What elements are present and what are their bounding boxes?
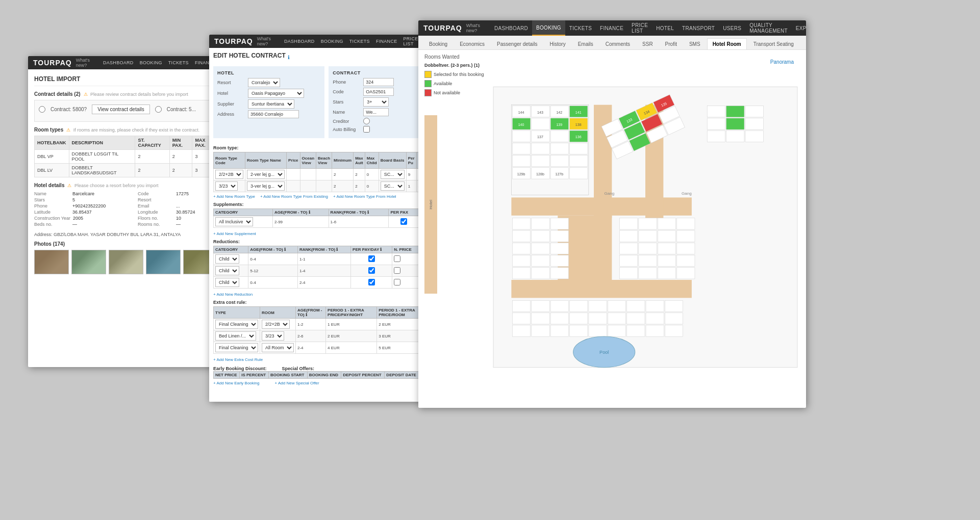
nav-booking-2[interactable]: BOOKING xyxy=(318,35,346,48)
red-nprice-2[interactable] xyxy=(394,267,400,274)
tab-booking[interactable]: Booking xyxy=(423,38,453,49)
tab-profit[interactable]: Profit xyxy=(660,38,683,49)
svg-rect-115 xyxy=(550,313,568,324)
nav-dashboard-2[interactable]: DASHBOARD xyxy=(281,35,318,48)
rt-board-select-1[interactable]: SC... xyxy=(381,170,405,179)
add-room-type-link[interactable]: + Add New Room Type xyxy=(213,194,255,199)
svg-rect-4 xyxy=(511,280,692,298)
red-nprice-1[interactable] xyxy=(394,255,400,262)
col-description: DESCRIPTION xyxy=(69,136,135,150)
nav-export-3[interactable]: EXPORT xyxy=(792,20,806,36)
supp-perpax-check[interactable] xyxy=(400,218,407,225)
add-links-bottom: + Add New Early Booking + Add New Specia… xyxy=(213,381,419,385)
add-special-offer-link[interactable]: + Add New Special Offer xyxy=(275,381,319,385)
rt-board-select-2[interactable]: SC... xyxy=(381,181,405,191)
hotel-select[interactable]: Oasis Papagayo xyxy=(248,89,304,98)
red-perpay-3[interactable] xyxy=(368,279,375,285)
svg-text:143: 143 xyxy=(537,111,543,114)
extra-room-1[interactable]: 2/2+2B xyxy=(262,320,290,329)
tab-ssr[interactable]: SSR xyxy=(637,38,659,49)
nav-finance-3[interactable]: FINANCE xyxy=(596,20,627,36)
nav-dashboard-3[interactable]: DASHBOARD xyxy=(490,20,532,36)
tab-hotel-room[interactable]: Hotel Room xyxy=(707,38,747,49)
sub-tabs-3: Booking Economics Passenger details Hist… xyxy=(418,36,806,50)
stars-select[interactable]: 3+ xyxy=(363,97,389,107)
phone-input[interactable] xyxy=(363,78,394,86)
tab-economics[interactable]: Economics xyxy=(454,38,490,49)
extra-type-3[interactable]: Final Cleaning xyxy=(215,343,258,352)
address-input[interactable] xyxy=(248,110,299,118)
floor-plan-svg: Gang Gang 144 143 142 141 1 xyxy=(491,54,800,403)
nav-finance-2[interactable]: FINANCE xyxy=(373,35,400,48)
photo-4[interactable] xyxy=(146,250,181,274)
tab-history[interactable]: History xyxy=(544,38,571,49)
svg-rect-32 xyxy=(550,143,568,154)
nav-hotel-3[interactable]: HOTEL xyxy=(652,20,678,36)
red-cat-3[interactable]: Child xyxy=(215,278,239,287)
auto-billing-check[interactable] xyxy=(363,126,370,133)
legend-selected: Selected for this booking xyxy=(424,71,491,78)
tab-transport-seating[interactable]: Transport Seating xyxy=(748,38,799,49)
nav-quality-3[interactable]: QUALITY MANAGEMENT xyxy=(745,20,792,36)
rt-code-select-2[interactable]: 3/23 xyxy=(215,181,238,191)
extra-cost-table: TYPE ROOM AGE(FROM - TO) ℹ PERIOD 1 - EX… xyxy=(213,306,419,354)
nav-transport-3[interactable]: TRANSPORT xyxy=(678,20,719,36)
red-cat-2[interactable]: Child xyxy=(215,266,239,275)
nav-dashboard-1[interactable]: DASHBOARD xyxy=(100,56,137,69)
detail-latitude: Latitude 36.85437 xyxy=(34,210,133,215)
red-cat-1[interactable]: Child xyxy=(215,254,239,264)
tab-comments[interactable]: Comments xyxy=(600,38,636,49)
add-supplement-link[interactable]: + Add New Supplement xyxy=(213,231,256,236)
supp-cat-select[interactable]: All Inclusive xyxy=(215,217,253,226)
view-contract-button[interactable]: View contract details xyxy=(92,105,150,114)
tab-sms[interactable]: SMS xyxy=(684,38,706,49)
extra-room-2[interactable]: 3/23 xyxy=(262,331,284,341)
contract-radio-1[interactable] xyxy=(39,106,45,113)
photo-1[interactable] xyxy=(34,250,69,274)
svg-rect-35 xyxy=(532,155,549,167)
resort-select[interactable]: Corralejo xyxy=(248,78,280,87)
rt-code-select-1[interactable]: 2/2+2B xyxy=(215,170,243,179)
svg-text:128b: 128b xyxy=(536,172,544,176)
room-types-warning: ⚠ If rooms are missing, please check if … xyxy=(66,127,199,133)
add-reduction-link[interactable]: + Add New Reduction xyxy=(213,292,253,297)
rt-name-select-2[interactable]: 3-ver lej g... xyxy=(247,181,285,191)
red-nprice-3[interactable] xyxy=(394,279,400,285)
rt-name-select-1[interactable]: 2-ver lej g... xyxy=(247,170,285,179)
svg-rect-128 xyxy=(627,325,645,336)
add-early-booking-link[interactable]: + Add New Early Booking xyxy=(213,381,260,385)
code-input[interactable] xyxy=(363,88,394,96)
contract-radio-2[interactable] xyxy=(155,106,162,113)
add-extra-link[interactable]: + Add New Extra Cost Rule xyxy=(213,357,263,362)
svg-text:129b: 129b xyxy=(517,172,525,176)
nav-tickets-3[interactable]: TICKETS xyxy=(565,20,596,36)
nav-items-3: DASHBOARD BOOKING TICKETS FINANCE PRICE … xyxy=(490,20,806,36)
extra-type-2[interactable]: Bed Linen /... xyxy=(215,331,256,341)
panorama-link[interactable]: Panorama xyxy=(770,59,794,65)
supplier-select[interactable]: Suntur Ibertiana xyxy=(248,99,294,109)
name-input[interactable] xyxy=(363,108,389,116)
nav-tickets-2[interactable]: TICKETS xyxy=(346,35,373,48)
info-icon-2[interactable]: ℹ xyxy=(288,55,290,60)
name-row: Name xyxy=(333,108,415,116)
extra-type-1[interactable]: Final Cleaning xyxy=(215,320,258,329)
red-perpay-2[interactable] xyxy=(368,267,375,274)
left-panel: Rooms Wanted Dobbeltver. (2-3 pers.) (1)… xyxy=(424,54,491,403)
nav-tickets-1[interactable]: TICKETS xyxy=(165,56,192,69)
nav-pricelist-3[interactable]: PRICE LIST xyxy=(627,20,652,36)
nav-users-3[interactable]: USERS xyxy=(719,20,745,36)
add-room-existing-link[interactable]: + Add New Room Type From Existing xyxy=(260,194,328,199)
edit-hotel-contract-window: TOURPAQ What's new? DASHBOARD BOOKING TI… xyxy=(209,35,423,402)
photo-3[interactable] xyxy=(109,250,143,274)
photo-2[interactable] xyxy=(71,250,106,274)
red-perpay-1[interactable] xyxy=(368,255,375,262)
tab-passenger[interactable]: Passenger details xyxy=(491,38,543,49)
nav-booking-3[interactable]: BOOKING xyxy=(532,20,565,36)
extra-room-3[interactable]: All Room xyxy=(262,343,294,352)
room-types-header: Room types ⚠ If rooms are missing, pleas… xyxy=(34,127,236,133)
tab-emails[interactable]: Emails xyxy=(572,38,599,49)
creditor-radio[interactable] xyxy=(363,118,370,124)
nav-booking-1[interactable]: BOOKING xyxy=(137,56,165,69)
creditor-label: Creditor xyxy=(333,119,361,124)
add-room-hotel-link[interactable]: + Add New Room Type From Hotel xyxy=(333,194,396,199)
